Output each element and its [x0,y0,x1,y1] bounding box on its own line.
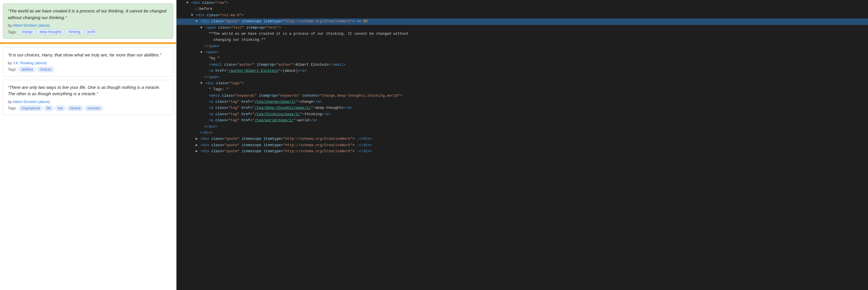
code-token: <span [205,25,218,31]
triangle-down-icon[interactable]: ▼ [195,19,200,24]
devtools-line-3[interactable]: ...▼ <div class="quote" itemscope itemty… [177,19,868,25]
code-token: </span> [204,44,220,49]
about-link[interactable]: (about) [38,99,50,104]
code-token: "text" [231,25,244,31]
tag-badge[interactable]: inspirational [19,106,42,111]
code-token: itemprop [257,62,274,68]
code-token [240,143,242,148]
tag-badge[interactable]: live [55,106,65,111]
devtools-line-24[interactable]: ▶ <div class="quote" itemscope itemtype=… [177,148,868,154]
devtools-line-20[interactable]: </div> [177,124,868,130]
triangle-down-icon[interactable]: ▼ [200,81,205,86]
tag-badge[interactable]: miracle [67,106,83,111]
code-token: > [242,13,244,18]
author-link[interactable]: Albert Einstein [13,23,37,28]
triangle-down-icon[interactable]: ▼ [200,25,205,31]
about-link[interactable]: (about) [35,61,46,65]
triangle-right-icon[interactable]: ▶ [195,136,200,142]
code-token: " Tags: " [209,87,228,92]
code-token [255,62,257,68]
devtools-line-14[interactable]: " Tags: " [177,87,868,93]
devtools-line-21[interactable]: </div> [177,130,868,136]
devtools-line-18[interactable]: <a class="tag" href="/tag/thinking/page/… [177,111,868,117]
code-token [240,19,242,24]
devtools-line-1[interactable]: ::before [177,6,868,12]
code-token: "http://schema.org/CreativeWork" [283,19,352,24]
quote-author: by J.K. Rowling (about) [8,61,168,65]
code-token: /tag/change/page/1/ [255,99,296,105]
code-token: > [242,81,245,86]
tag-badge[interactable]: change [19,29,35,34]
code-token: ::before [195,6,212,12]
code-token: /tag/thinking/page/1/ [255,112,300,117]
code-token: "quote" [224,149,240,154]
author-link[interactable]: J.K. Rowling [13,61,34,65]
devtools-line-9[interactable]: "by " [177,56,868,62]
code-token: <a [209,118,216,123]
quote-card-3: “There are only two ways to live your li… [3,80,173,115]
code-token: > [279,25,281,31]
devtools-line-7[interactable]: </span> [177,44,868,50]
code-token: <small [209,62,224,68]
code-token: change [300,99,313,105]
quote-card-1: “The world as we have created it is a pr… [3,3,173,39]
devtools-line-12[interactable]: </span> [177,75,868,81]
triangle-down-icon[interactable]: ▼ [200,50,205,55]
devtools-line-6[interactable]: changing our thinking."" [177,37,868,43]
devtools-line-19[interactable]: <a class="tag" href="/tag/world/page/1/"… [177,117,868,123]
tag-badge[interactable]: deep-thoughts [37,29,64,34]
devtools-line-13[interactable]: ▼ <div class="tags"> [177,81,868,87]
code-token: Albert Einstein [296,62,329,68]
devtools-line-5[interactable]: ""The world as we have created it is a p… [177,31,868,37]
devtools-line-0[interactable]: ▼ <div class="row"> [177,0,868,6]
devtools-line-23[interactable]: ▶ <div class="quote" itemscope itemtype=… [177,142,868,148]
devtools-line-22[interactable]: ▶ <div class="quote" itemscope itemtype=… [177,136,868,142]
code-token: /tag/deep-thoughts/page/1/ [255,105,311,111]
code-token: <div [200,143,212,148]
code-token: > [400,93,402,99]
code-token: <div [200,136,212,142]
devtools-line-17[interactable]: <a class="tag" href="/tag/deep-thoughts/… [177,105,868,111]
code-token: </a> [298,68,307,74]
code-token: > [281,68,283,74]
code-token: itemscope [242,143,261,148]
devtools-line-10[interactable]: <small class="author" itemprop="author">… [177,62,868,68]
code-token [261,19,264,24]
code-token: "quote" [224,143,240,148]
code-token: </div> [359,149,372,154]
devtools-line-8[interactable]: ▼ <span> [177,50,868,56]
code-token: " [296,99,298,105]
devtools-line-16[interactable]: <a class="tag" href="/tag/change/page/1/… [177,99,868,105]
tag-badge[interactable]: miracles [85,106,103,111]
triangle-right-icon[interactable]: ▶ [195,143,200,148]
code-token: </a> [343,105,352,111]
tag-badge[interactable]: life [44,106,54,111]
code-token: <a [209,68,216,74]
devtools-line-15[interactable]: <meta class="keywords" itemprop="keyword… [177,93,868,99]
code-token: "col-md-8" [220,13,242,18]
devtools-line-11[interactable]: <a href="/author/Albert-Einstein">(about… [177,68,868,74]
triangle-down-icon[interactable]: ▼ [186,0,191,6]
tag-badge[interactable]: world [85,29,98,34]
devtools-line-2[interactable]: ▼ <div class="col-md-8"> [177,12,868,19]
tag-badge[interactable]: choices [37,67,54,72]
code-token: <a [209,99,216,105]
code-token: (about) [283,68,298,74]
devtools-line-4[interactable]: ▼ <span class="text" itemprop="text"> [177,25,868,31]
triangle-right-icon[interactable]: ▶ [195,149,200,154]
code-token: class [216,81,227,86]
about-link[interactable]: (about) [38,23,50,28]
author-link[interactable]: Albert Einstein [13,99,37,104]
tag-badge[interactable]: abilities [19,67,36,72]
devtools-panel: ▼ <div class="row">::before▼ <div class=… [177,0,868,290]
code-token: > [294,62,296,68]
triangle-down-icon[interactable]: ▼ [191,13,195,18]
code-token: = [222,143,224,148]
code-token: world [298,118,309,123]
code-token: = [218,13,220,18]
code-token: href [242,105,250,111]
code-token: " [252,105,255,111]
code-token: > [352,149,357,154]
quote-tags: Tags:inspirationallifelivemiraclemiracle… [8,106,168,111]
tag-badge[interactable]: thinking [66,29,83,34]
